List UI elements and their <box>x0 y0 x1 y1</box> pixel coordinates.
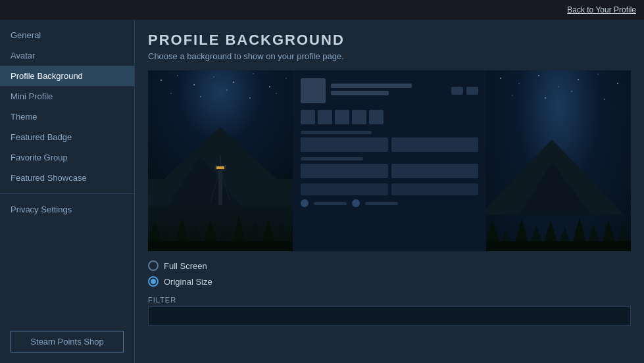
svg-point-6 <box>269 86 270 87</box>
svg-point-41 <box>545 97 546 99</box>
filter-label: FILTER <box>148 296 631 304</box>
wf-name-line-1 <box>331 84 412 88</box>
wf-card-2 <box>391 137 479 152</box>
filter-input[interactable] <box>148 306 631 326</box>
sidebar-item-favorite-group[interactable]: Favorite Group <box>0 147 134 168</box>
svg-point-34 <box>518 83 520 84</box>
svg-point-10 <box>226 89 228 91</box>
svg-point-33 <box>500 78 501 79</box>
wf-badge-2 <box>318 110 332 124</box>
wf-avatar <box>301 78 326 103</box>
wf-section-line-1 <box>301 131 372 134</box>
svg-rect-20 <box>220 156 221 166</box>
svg-point-37 <box>578 79 579 80</box>
page-title: PROFILE BACKGROUND <box>148 32 631 49</box>
svg-point-12 <box>276 93 277 94</box>
top-bar: Back to Your Profile <box>0 0 644 20</box>
svg-point-2 <box>193 84 195 85</box>
radio-circle-fullscreen <box>148 260 159 271</box>
sidebar-item-mini-profile[interactable]: Mini Profile <box>0 86 134 107</box>
wf-name-line-2 <box>331 91 389 95</box>
sidebar-item-featured-showcase[interactable]: Featured Showcase <box>0 168 134 188</box>
wf-stats <box>301 183 478 195</box>
wf-icon-2 <box>466 87 478 95</box>
svg-point-36 <box>558 86 559 87</box>
wf-two-col-2 <box>301 164 478 178</box>
background-preview <box>148 70 631 251</box>
svg-rect-57 <box>486 241 631 251</box>
points-shop-button[interactable]: Steam Points Shop <box>11 331 124 352</box>
sidebar-item-profile-background[interactable]: Profile Background <box>0 66 134 86</box>
wf-stat-2 <box>391 183 479 195</box>
filter-section: FILTER <box>148 296 631 326</box>
wf-stat-1 <box>301 183 388 195</box>
forest-right <box>486 202 631 251</box>
wf-badge-1 <box>301 110 315 124</box>
radio-original[interactable]: Original Size <box>148 276 631 287</box>
svg-point-5 <box>253 73 254 74</box>
svg-point-9 <box>200 96 201 97</box>
radio-label-original: Original Size <box>164 277 212 287</box>
back-to-profile-link[interactable]: Back to Your Profile <box>567 5 636 14</box>
sidebar-item-general[interactable]: General <box>0 25 134 45</box>
wf-badges <box>301 110 478 124</box>
wf-card-3 <box>301 164 388 178</box>
wf-card-4 <box>391 164 479 178</box>
svg-point-35 <box>538 75 539 76</box>
svg-rect-17 <box>216 166 224 169</box>
svg-point-11 <box>249 97 251 99</box>
wf-footer-line-1 <box>314 202 347 205</box>
bg-art-left <box>148 70 293 251</box>
sidebar-button-wrap: Steam Points Shop <box>0 326 134 363</box>
wf-footer-line-2 <box>365 202 398 205</box>
bg-art-right <box>486 70 631 251</box>
wf-two-col-1 <box>301 137 478 152</box>
svg-point-43 <box>604 99 605 100</box>
forest-left <box>148 202 293 251</box>
wf-section-line-2 <box>301 157 363 160</box>
wf-card-1 <box>301 137 388 152</box>
wf-header-icons <box>451 87 478 95</box>
sidebar: General Avatar Profile Background Mini P… <box>0 20 135 363</box>
profile-wireframe-panel <box>293 70 486 251</box>
wf-header <box>301 78 478 103</box>
wf-footer-circle-1 <box>301 199 309 207</box>
wf-badge-4 <box>352 110 366 124</box>
wf-badge-5 <box>369 110 384 124</box>
wf-footer-circle-2 <box>352 199 360 207</box>
wf-section-2 <box>301 157 478 178</box>
wf-footer <box>301 199 478 207</box>
sidebar-item-theme[interactable]: Theme <box>0 107 134 127</box>
svg-point-40 <box>512 95 513 96</box>
svg-point-1 <box>177 75 178 76</box>
svg-point-38 <box>597 74 599 75</box>
content-area: PROFILE BACKGROUND Choose a background t… <box>135 20 644 363</box>
svg-point-3 <box>213 76 214 78</box>
wf-section-1 <box>301 131 478 152</box>
sidebar-item-privacy[interactable]: Privacy Settings <box>0 199 134 220</box>
sidebar-item-avatar[interactable]: Avatar <box>0 45 134 66</box>
svg-point-8 <box>170 93 172 94</box>
svg-point-39 <box>617 83 618 84</box>
wf-icon-1 <box>451 87 463 95</box>
radio-group: Full Screen Original Size <box>148 260 631 287</box>
svg-rect-32 <box>148 241 293 251</box>
svg-point-42 <box>571 91 572 92</box>
svg-point-0 <box>161 80 162 81</box>
sidebar-divider <box>0 193 134 194</box>
main-layout: General Avatar Profile Background Mini P… <box>0 20 644 363</box>
wf-name-lines <box>331 84 446 98</box>
svg-point-7 <box>285 78 287 79</box>
radio-fullscreen[interactable]: Full Screen <box>148 260 631 271</box>
radio-circle-original <box>148 276 159 287</box>
sidebar-item-featured-badge[interactable]: Featured Badge <box>0 127 134 147</box>
page-subtitle: Choose a background to show on your prof… <box>148 51 631 61</box>
svg-point-4 <box>233 82 234 83</box>
wf-badge-3 <box>335 110 349 124</box>
radio-label-fullscreen: Full Screen <box>164 261 207 271</box>
